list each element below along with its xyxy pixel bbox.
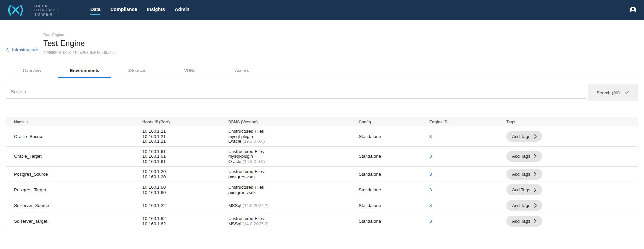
environment-name: Sqlserver_Target <box>6 213 142 229</box>
add-tags-label: Add Tags <box>512 187 530 192</box>
dbms-cell: Unstructured Filesmysql-pluginOracle (19… <box>228 126 359 147</box>
brand-wordmark: DATA CONTROL TOWER <box>34 4 60 17</box>
tab-overview[interactable]: Overview <box>6 64 58 78</box>
hosts-ip-cell: 10.160.1.2110.160.1.2110.160.1.21 <box>142 126 228 147</box>
config-cell: Standalone <box>359 182 429 198</box>
engine-id-link[interactable]: 3 <box>429 134 432 139</box>
sort-ascending-icon: ↑ <box>27 120 29 124</box>
back-link-infrastructure[interactable]: Infrastructure <box>6 44 43 55</box>
table-row: Oracle_Target 10.160.1.6110.160.1.6110.1… <box>6 146 638 167</box>
account-circle-icon[interactable] <box>629 6 637 14</box>
config-cell: Standalone <box>359 213 429 229</box>
add-tags-label: Add Tags <box>512 203 530 208</box>
logo-divider <box>29 4 29 17</box>
nav-item-compliance[interactable]: Compliance <box>110 7 137 13</box>
dbms-cell: Unstructured Filespostgres-vsdk <box>228 182 359 198</box>
table-header-row: Name↑ Hosts IP (Port) DBMS (Version) Con… <box>6 117 638 126</box>
add-tags-label: Add Tags <box>512 219 530 224</box>
config-cell: Standalone <box>359 126 429 147</box>
environment-name: Oracle_Target <box>6 146 142 167</box>
column-header-dbms[interactable]: DBMS (Version) <box>228 117 359 126</box>
column-header-name[interactable]: Name↑ <box>6 117 142 126</box>
search-scope-dropdown[interactable]: Search (All) <box>588 84 638 101</box>
back-link-label: Infrastructure <box>12 47 38 52</box>
nav-item-insights[interactable]: Insights <box>147 7 165 13</box>
column-header-tags[interactable]: Tags <box>506 117 638 126</box>
config-cell: Standalone <box>359 146 429 167</box>
top-navbar: DATA CONTROL TOWER DataComplianceInsight… <box>0 0 644 20</box>
environment-name: Sqlserver_Source <box>6 198 142 213</box>
add-tags-button[interactable]: Add Tags <box>506 216 542 227</box>
dbms-cell: Unstructured Filespostgres-vsdk <box>228 167 359 182</box>
search-input[interactable] <box>6 84 587 99</box>
engine-uuid: 42366308-1323-71ff-e258-9c642ad8a2ae <box>43 51 116 55</box>
tab-bar: OverviewEnvironmentsdSourcesVDBsAccess <box>6 64 638 78</box>
chevron-right-icon <box>534 154 537 158</box>
entity-type-label: Data Engine <box>43 33 116 37</box>
tab-dsources[interactable]: dSources <box>111 64 163 78</box>
page: DATA CONTROL TOWER DataComplianceInsight… <box>0 0 644 249</box>
hosts-ip-cell: 10.160.1.22 <box>142 198 228 213</box>
tab-environments[interactable]: Environments <box>58 64 111 78</box>
search-row: Search (All) <box>6 84 638 101</box>
hosts-ip-cell: 10.160.1.6010.160.1.60 <box>142 182 228 198</box>
hosts-ip-cell: 10.160.1.6210.160.1.62 <box>142 213 228 229</box>
chevron-right-icon <box>534 134 537 139</box>
hosts-ip-cell: 10.160.1.2010.160.1.20 <box>142 167 228 182</box>
nav-item-admin[interactable]: Admin <box>175 7 189 13</box>
main-content: Infrastructure Data Engine Test Engine 4… <box>0 33 644 229</box>
environment-name: Postgres_Source <box>6 167 142 182</box>
engine-id-link[interactable]: 3 <box>429 172 432 177</box>
tab-access[interactable]: Access <box>216 64 268 78</box>
add-tags-button[interactable]: Add Tags <box>506 200 542 211</box>
environment-name: Oracle_Source <box>6 126 142 147</box>
table-row: Oracle_Source 10.160.1.2110.160.1.2110.1… <box>6 126 638 147</box>
engine-id-link[interactable]: 3 <box>429 154 432 159</box>
dbms-cell: Unstructured Filesmysql-pluginOracle (19… <box>228 146 359 167</box>
search-scope-label: Search (All) <box>597 90 620 95</box>
chevron-down-icon <box>625 91 629 94</box>
chevron-right-icon <box>534 219 537 223</box>
tab-vdbs[interactable]: VDBs <box>163 64 216 78</box>
engine-id-link[interactable]: 3 <box>429 187 432 192</box>
primary-nav: DataComplianceInsightsAdmin <box>90 7 189 13</box>
add-tags-label: Add Tags <box>512 134 530 139</box>
nav-item-data[interactable]: Data <box>90 7 100 13</box>
dbms-cell: Unstructured FilesMSSql (14.0.2027.2) <box>228 213 359 229</box>
table-row: Sqlserver_Target 10.160.1.6210.160.1.62 … <box>6 213 638 229</box>
add-tags-button[interactable]: Add Tags <box>506 131 542 142</box>
chevron-right-icon <box>534 172 537 176</box>
add-tags-button[interactable]: Add Tags <box>506 184 542 195</box>
column-header-config[interactable]: Config <box>359 117 429 126</box>
add-tags-label: Add Tags <box>512 154 530 159</box>
table-row: Postgres_Target 10.160.1.6010.160.1.60 U… <box>6 182 638 198</box>
column-header-hosts-ip[interactable]: Hosts IP (Port) <box>142 117 228 126</box>
engine-id-link[interactable]: 3 <box>429 219 432 224</box>
add-tags-label: Add Tags <box>512 172 530 177</box>
page-header: Infrastructure Data Engine Test Engine 4… <box>6 33 638 55</box>
chevron-left-icon <box>6 48 9 52</box>
config-cell: Standalone <box>359 198 429 213</box>
table-row: Sqlserver_Source 10.160.1.22 MSSql (14.0… <box>6 198 638 213</box>
page-title: Test Engine <box>43 39 116 48</box>
add-tags-button[interactable]: Add Tags <box>506 169 542 180</box>
column-header-engine-id[interactable]: Engine ID <box>429 117 506 126</box>
engine-id-link[interactable]: 3 <box>429 203 432 208</box>
environment-name: Postgres_Target <box>6 182 142 198</box>
hosts-ip-cell: 10.160.1.6110.160.1.6110.160.1.61 <box>142 146 228 167</box>
dct-logo-icon <box>7 4 24 16</box>
config-cell: Standalone <box>359 167 429 182</box>
chevron-right-icon <box>534 188 537 192</box>
table-row: Postgres_Source 10.160.1.2010.160.1.20 U… <box>6 167 638 182</box>
environments-table: Name↑ Hosts IP (Port) DBMS (Version) Con… <box>6 117 638 229</box>
title-block: Data Engine Test Engine 42366308-1323-71… <box>43 33 116 55</box>
chevron-right-icon <box>534 203 537 208</box>
dbms-cell: MSSql (14.0.2027.2) <box>228 198 359 213</box>
add-tags-button[interactable]: Add Tags <box>506 151 542 162</box>
